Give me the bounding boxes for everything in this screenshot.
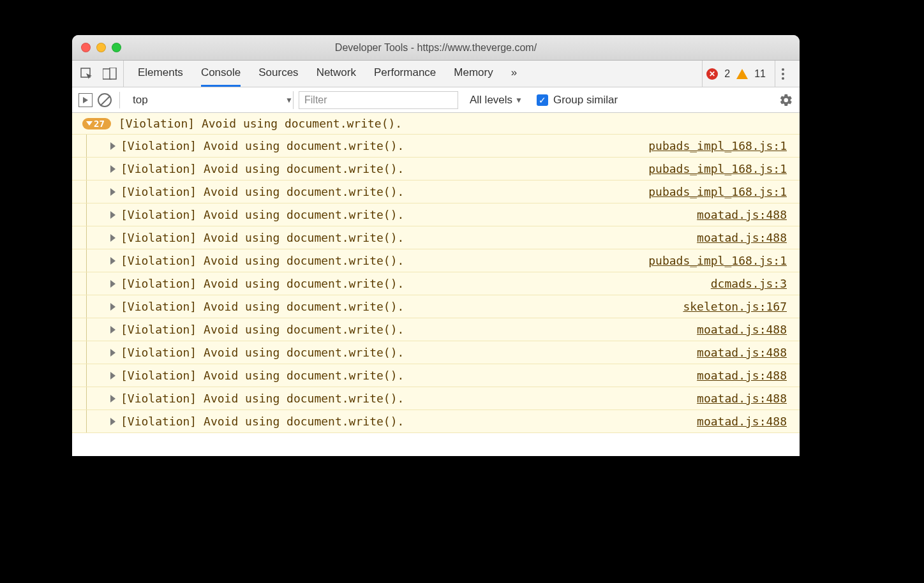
disclosure-triangle-icon[interactable]: [110, 395, 116, 402]
tab-sources[interactable]: Sources: [258, 61, 298, 87]
console-message: [Violation] Avoid using document.write()…: [121, 139, 648, 152]
console-row[interactable]: [Violation] Avoid using document.write()…: [72, 341, 800, 364]
source-link[interactable]: moatad.js:488: [697, 208, 787, 221]
source-link[interactable]: moatad.js:488: [697, 415, 787, 428]
console-message: [Violation] Avoid using document.write()…: [121, 208, 697, 221]
disclosure-triangle-icon[interactable]: [110, 303, 116, 311]
svg-rect-2: [110, 68, 116, 79]
disclosure-triangle-icon[interactable]: [110, 349, 116, 357]
checkbox-checked-icon: ✓: [537, 94, 548, 106]
console-row[interactable]: [Violation] Avoid using document.write()…: [72, 318, 800, 341]
maximize-window-button[interactable]: [112, 43, 121, 52]
console-row[interactable]: [Violation] Avoid using document.write()…: [72, 226, 800, 249]
console-message: [Violation] Avoid using document.write()…: [121, 254, 648, 267]
disclosure-triangle-icon[interactable]: [110, 211, 116, 219]
devtools-tabs: Elements Console Sources Network Perform…: [124, 61, 702, 87]
source-link[interactable]: moatad.js:488: [697, 231, 787, 244]
disclosure-triangle-icon[interactable]: [110, 142, 116, 150]
console-row[interactable]: [Violation] Avoid using document.write()…: [72, 158, 800, 181]
source-link[interactable]: dcmads.js:3: [711, 277, 787, 290]
console-row[interactable]: [Violation] Avoid using document.write()…: [72, 272, 800, 295]
devtools-window: Developer Tools - https://www.theverge.c…: [72, 35, 800, 456]
source-link[interactable]: pubads_impl_168.js:1: [648, 185, 787, 198]
console-row[interactable]: [Violation] Avoid using document.write()…: [72, 387, 800, 410]
console-message: [Violation] Avoid using document.write()…: [121, 346, 697, 359]
disclosure-triangle-icon[interactable]: [110, 418, 116, 425]
levels-label: All levels: [470, 94, 512, 107]
source-link[interactable]: moatad.js:488: [697, 346, 787, 359]
error-icon[interactable]: ✕: [706, 68, 718, 80]
group-similar-label: Group similar: [553, 94, 618, 107]
console-group-header[interactable]: 27 [Violation] Avoid using document.writ…: [72, 113, 800, 135]
divider: [119, 92, 120, 108]
context-selector[interactable]: top ▼: [128, 91, 294, 109]
titlebar: Developer Tools - https://www.theverge.c…: [72, 35, 800, 61]
disclosure-triangle-icon[interactable]: [110, 234, 116, 242]
source-link[interactable]: skeleton.js:167: [683, 300, 787, 313]
console-message: [Violation] Avoid using document.write()…: [121, 162, 648, 175]
console-message: [Violation] Avoid using document.write()…: [121, 415, 697, 428]
console-output: 27 [Violation] Avoid using document.writ…: [72, 113, 800, 456]
disclosure-triangle-icon[interactable]: [110, 165, 116, 173]
context-value: top: [133, 94, 148, 107]
chevron-down-icon: ▼: [515, 96, 523, 105]
console-row[interactable]: [Violation] Avoid using document.write()…: [72, 203, 800, 226]
tabs-right-status: ✕ 2 11: [702, 61, 794, 87]
chevron-down-icon: [86, 121, 93, 126]
console-message: [Violation] Avoid using document.write()…: [121, 300, 683, 313]
error-count[interactable]: 2: [724, 68, 730, 80]
window-title: Developer Tools - https://www.theverge.c…: [72, 42, 800, 54]
console-row[interactable]: [Violation] Avoid using document.write()…: [72, 295, 800, 318]
source-link[interactable]: moatad.js:488: [697, 323, 787, 336]
console-row[interactable]: [Violation] Avoid using document.write()…: [72, 181, 800, 203]
console-row[interactable]: [Violation] Avoid using document.write()…: [72, 364, 800, 387]
filter-input[interactable]: [299, 91, 458, 109]
console-message: [Violation] Avoid using document.write()…: [121, 392, 697, 405]
tab-console[interactable]: Console: [201, 61, 241, 87]
tabs-left-tools: [77, 61, 124, 87]
disclosure-triangle-icon[interactable]: [110, 326, 116, 334]
console-row[interactable]: [Violation] Avoid using document.write()…: [72, 135, 800, 158]
devtools-tabs-row: Elements Console Sources Network Perform…: [72, 61, 800, 87]
clear-console-icon[interactable]: [98, 93, 112, 107]
kebab-icon: [782, 68, 784, 80]
console-row[interactable]: [Violation] Avoid using document.write()…: [72, 249, 800, 272]
source-link[interactable]: moatad.js:488: [697, 369, 787, 382]
group-count: 27: [94, 119, 105, 129]
console-message: [Violation] Avoid using document.write()…: [121, 277, 711, 290]
console-row[interactable]: [Violation] Avoid using document.write()…: [72, 410, 800, 433]
close-window-button[interactable]: [81, 43, 91, 52]
source-link[interactable]: pubads_impl_168.js:1: [648, 139, 787, 152]
console-message: [Violation] Avoid using document.write()…: [121, 369, 697, 382]
source-link[interactable]: pubads_impl_168.js:1: [648, 254, 787, 267]
group-count-badge: 27: [82, 118, 111, 129]
more-menu[interactable]: [775, 61, 791, 87]
tabs-overflow[interactable]: »: [511, 61, 517, 87]
tab-memory[interactable]: Memory: [454, 61, 493, 87]
minimize-window-button[interactable]: [96, 43, 106, 52]
warning-icon[interactable]: [736, 69, 748, 79]
tab-network[interactable]: Network: [317, 61, 356, 87]
disclosure-triangle-icon[interactable]: [110, 257, 116, 265]
traffic-lights: [81, 43, 121, 52]
warning-count[interactable]: 11: [754, 68, 766, 80]
source-link[interactable]: pubads_impl_168.js:1: [648, 162, 787, 175]
chevron-down-icon: ▼: [285, 96, 293, 105]
show-console-sidebar-icon[interactable]: [78, 93, 93, 107]
tab-performance[interactable]: Performance: [374, 61, 436, 87]
log-levels-selector[interactable]: All levels ▼: [470, 94, 523, 107]
console-message: [Violation] Avoid using document.write()…: [121, 231, 697, 244]
group-similar-checkbox[interactable]: ✓ Group similar: [537, 94, 618, 107]
settings-icon[interactable]: [779, 93, 793, 107]
group-message: [Violation] Avoid using document.write()…: [119, 117, 402, 130]
disclosure-triangle-icon[interactable]: [110, 188, 116, 196]
disclosure-triangle-icon[interactable]: [110, 280, 116, 288]
disclosure-triangle-icon[interactable]: [110, 372, 116, 380]
inspect-element-icon[interactable]: [80, 67, 94, 81]
console-toolbar: top ▼ All levels ▼ ✓ Group similar: [72, 87, 800, 113]
console-message: [Violation] Avoid using document.write()…: [121, 185, 648, 198]
device-toolbar-icon[interactable]: [103, 67, 117, 81]
tab-elements[interactable]: Elements: [138, 61, 183, 87]
source-link[interactable]: moatad.js:488: [697, 392, 787, 405]
console-message: [Violation] Avoid using document.write()…: [121, 323, 697, 336]
